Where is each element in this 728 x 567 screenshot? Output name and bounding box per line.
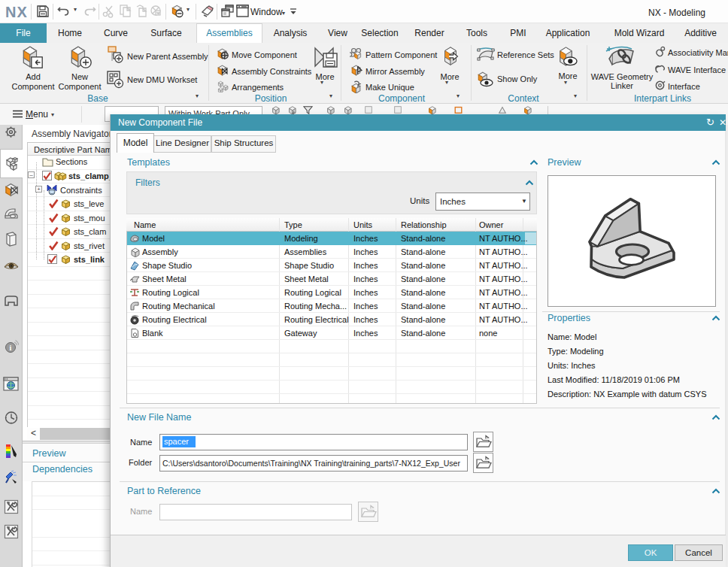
svg-text:i: i [10, 344, 12, 352]
